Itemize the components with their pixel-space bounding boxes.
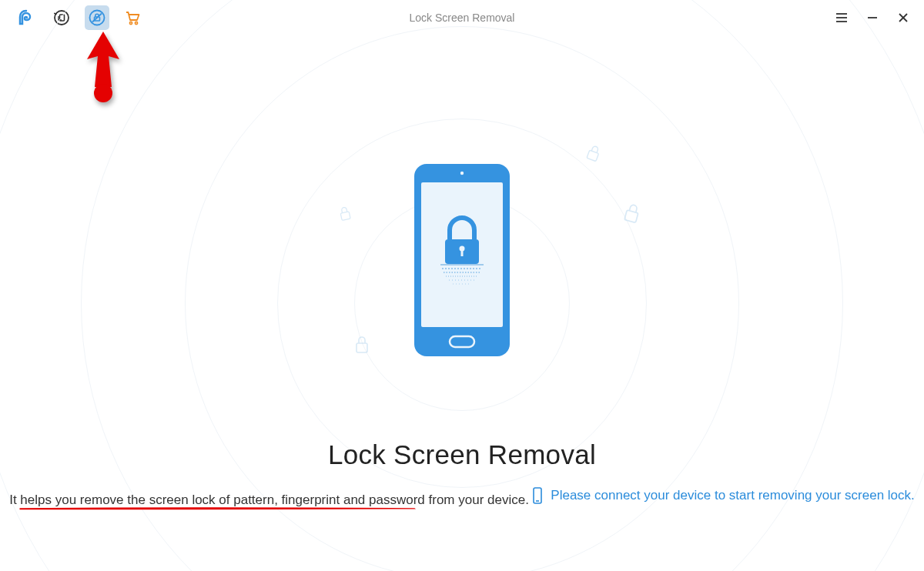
decorative-lock-icon — [354, 335, 370, 355]
cart-button[interactable] — [120, 5, 145, 30]
content-text-block: Lock Screen Removal It helps you remove … — [0, 439, 924, 508]
page-subtitle: It helps you remove the screen lock of p… — [9, 493, 529, 508]
svg-rect-15 — [357, 343, 367, 352]
minimize-icon — [867, 12, 878, 23]
close-icon — [898, 12, 909, 23]
app-header: Lock Screen Removal — [0, 0, 924, 35]
decorative-lock-icon — [584, 142, 603, 165]
window-title: Lock Screen Removal — [410, 12, 515, 24]
svg-point-5 — [129, 22, 132, 24]
svg-point-6 — [135, 22, 137, 24]
menu-button[interactable] — [835, 11, 849, 25]
minimize-button[interactable] — [865, 11, 879, 25]
close-button[interactable] — [896, 11, 910, 25]
svg-point-21 — [460, 172, 464, 175]
logo-icon — [17, 8, 35, 27]
decorative-lock-icon — [337, 205, 353, 223]
recovery-icon — [52, 8, 71, 27]
phone-illustration — [413, 162, 511, 358]
recovery-button[interactable] — [49, 5, 74, 30]
lock-screen-tool-icon — [88, 8, 106, 27]
connect-prompt: Please connect your device to start remo… — [532, 487, 914, 504]
svg-point-0 — [55, 11, 69, 25]
hamburger-icon — [835, 12, 848, 23]
lock-screen-button[interactable] — [85, 5, 109, 30]
window-controls — [835, 11, 910, 25]
page-title: Lock Screen Removal — [0, 439, 924, 470]
subtitle-wrap: It helps you remove the screen lock of p… — [9, 493, 529, 508]
decorative-lock-icon — [621, 201, 643, 226]
connect-prompt-text: Please connect your device to start remo… — [551, 488, 914, 503]
main-content: Lock Screen Removal It helps you remove … — [0, 35, 924, 571]
logo-button[interactable] — [14, 5, 38, 30]
device-icon — [532, 487, 543, 504]
cart-icon — [123, 8, 142, 27]
toolbar — [14, 5, 145, 30]
